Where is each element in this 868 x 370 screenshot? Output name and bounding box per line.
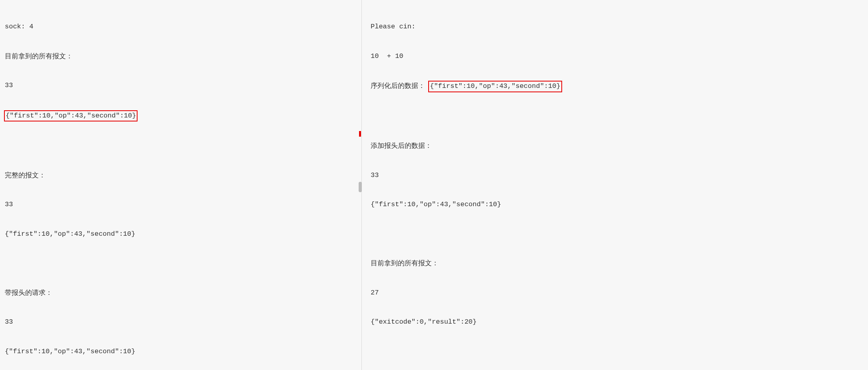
highlight-box: {"first":10,"op":43,"second":10} [428,81,562,92]
terminal-line: 33 [5,81,357,91]
terminal-line: {"exitcode":0,"result":20} [371,317,863,327]
terminal-line [371,112,863,122]
label-text: 序列化后的数据： [371,82,425,90]
terminal-line: 33 [5,200,357,210]
terminal-line [371,347,863,357]
marker-icon [359,131,361,137]
terminal-line [5,259,357,269]
terminal-line: 目前拿到的所有报文： [5,52,357,62]
terminal-line: {"first":10,"op":43,"second":10} [371,200,863,210]
terminal-line: 33 [5,317,357,327]
terminal-line: Please cin: [371,22,863,32]
terminal-line: 添加报头后的数据： [371,141,863,151]
terminal-line: 27 [371,288,863,298]
terminal-line: sock: 4 [5,22,357,32]
terminal-line: {"first":10,"op":43,"second":10} [5,110,357,122]
terminal-line: 带报头的请求： [5,288,357,298]
terminal-line [5,141,357,151]
terminal-line: 目前拿到的所有报文： [371,259,863,269]
split-terminal-container: sock: 4 目前拿到的所有报文： 33 {"first":10,"op":4… [0,0,868,370]
scrollbar-thumb[interactable] [359,182,362,192]
terminal-line: {"first":10,"op":43,"second":10} [5,347,357,357]
terminal-line: 完整的报文： [5,171,357,181]
terminal-line [371,229,863,239]
terminal-line: 10 + 10 [371,52,863,62]
terminal-line: {"first":10,"op":43,"second":10} [5,229,357,239]
terminal-line: 33 [371,171,863,181]
right-terminal-pane[interactable]: Please cin: 10 + 10 序列化后的数据： {"first":10… [362,0,868,370]
terminal-line: 序列化后的数据： {"first":10,"op":43,"second":10… [371,81,863,92]
highlight-box: {"first":10,"op":43,"second":10} [4,110,138,122]
left-terminal-pane[interactable]: sock: 4 目前拿到的所有报文： 33 {"first":10,"op":4… [0,0,362,370]
